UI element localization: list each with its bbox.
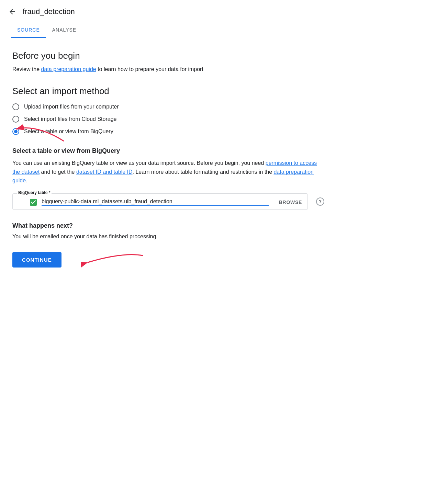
help-icon[interactable]: ? bbox=[316, 197, 324, 206]
import-method-heading: Select an import method bbox=[12, 86, 324, 96]
tab-source[interactable]: SOURCE bbox=[11, 22, 46, 38]
radio-arrow-annotation bbox=[9, 110, 71, 145]
before-you-begin-intro: Review the bbox=[12, 66, 41, 72]
radio-bigquery-label: Select a table or view from BigQuery bbox=[24, 128, 113, 135]
bigquery-body-1: You can use an existing BigQuery table o… bbox=[12, 160, 266, 166]
dataset-id-link[interactable]: dataset ID and table ID bbox=[76, 169, 133, 175]
bigquery-table-value[interactable]: bigquery-public-data.ml_datasets.ulb_fra… bbox=[42, 198, 269, 206]
bigquery-checkbox[interactable] bbox=[30, 199, 37, 206]
bigquery-section: Select a table or view from BigQuery You… bbox=[12, 147, 324, 210]
what-next-body: You will be emailed once your data has f… bbox=[12, 234, 324, 240]
tab-bar: SOURCE ANALYSE bbox=[0, 22, 448, 38]
main-content: Before you begin Review the data prepara… bbox=[0, 38, 337, 280]
bigquery-input-row: BigQuery table * bigquery-public-data.ml… bbox=[12, 193, 324, 210]
radio-upload[interactable]: Upload import files from your computer bbox=[12, 103, 324, 110]
radio-cloud-storage-label: Select import files from Cloud Storage bbox=[24, 116, 116, 122]
import-method-radio-group: Upload import files from your computer S… bbox=[12, 103, 324, 135]
input-inner: bigquery-public-data.ml_datasets.ulb_fra… bbox=[30, 198, 302, 206]
bigquery-body-4: . bbox=[26, 178, 27, 183]
bigquery-description: You can use an existing BigQuery table o… bbox=[12, 159, 324, 185]
continue-button[interactable]: CONTINUE bbox=[12, 252, 61, 268]
bigquery-input-wrapper: BigQuery table * bigquery-public-data.ml… bbox=[12, 193, 308, 210]
radio-bigquery-circle bbox=[12, 128, 19, 135]
radio-upload-circle bbox=[12, 103, 19, 110]
what-next-section: What happens next? You will be emailed o… bbox=[12, 222, 324, 240]
back-button[interactable] bbox=[8, 6, 19, 17]
browse-button[interactable]: BROWSE bbox=[279, 200, 302, 205]
page-header: fraud_detection bbox=[0, 0, 448, 22]
what-next-heading: What happens next? bbox=[12, 222, 324, 229]
tab-analyse[interactable]: ANALYSE bbox=[46, 22, 82, 38]
continue-section: CONTINUE bbox=[12, 252, 61, 268]
continue-arrow-annotation bbox=[81, 249, 150, 276]
before-you-begin-section: Before you begin Review the data prepara… bbox=[12, 50, 324, 73]
before-you-begin-text: Review the data preparation guide to lea… bbox=[12, 65, 324, 73]
bigquery-body-3: . Learn more about table formatting and … bbox=[133, 169, 274, 175]
radio-bigquery-wrapper: Select a table or view from BigQuery bbox=[12, 128, 324, 135]
radio-bigquery[interactable]: Select a table or view from BigQuery bbox=[12, 128, 324, 135]
bigquery-section-title: Select a table or view from BigQuery bbox=[12, 147, 324, 155]
data-prep-guide-link-1[interactable]: data preparation guide bbox=[41, 66, 96, 72]
bigquery-body-2: and to get the bbox=[40, 169, 76, 175]
import-method-section: Select an import method Upload import fi… bbox=[12, 86, 324, 135]
bigquery-input-label: BigQuery table * bbox=[17, 190, 52, 195]
before-you-begin-heading: Before you begin bbox=[12, 50, 324, 61]
radio-upload-label: Upload import files from your computer bbox=[24, 104, 119, 110]
radio-cloud-storage-circle bbox=[12, 116, 19, 123]
page-title: fraud_detection bbox=[23, 7, 75, 16]
radio-cloud-storage[interactable]: Select import files from Cloud Storage bbox=[12, 116, 324, 123]
before-you-begin-after-link: to learn how to prepare your data for im… bbox=[96, 66, 203, 72]
